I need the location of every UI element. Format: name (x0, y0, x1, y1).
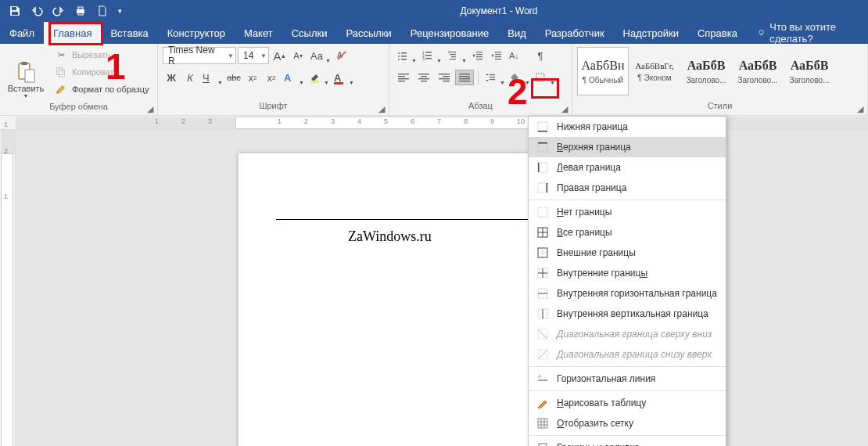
menu-left-border[interactable]: Левая граница (529, 157, 726, 178)
font-color-button[interactable]: A▼ (332, 69, 355, 86)
bold-button[interactable]: Ж (163, 69, 180, 86)
tab-help[interactable]: Справка (688, 22, 747, 44)
new-doc-button[interactable] (92, 1, 113, 21)
shading-button[interactable]: ▼ (508, 69, 531, 86)
inc-indent-button[interactable] (488, 47, 505, 64)
menu-view-gridlines[interactable]: Отобразить сетку (529, 413, 726, 433)
tab-design[interactable]: Конструктор (158, 22, 235, 44)
svg-rect-53 (459, 81, 470, 81)
save-button[interactable] (5, 1, 25, 21)
style-item[interactable]: АаБбВЗаголово... (732, 47, 784, 95)
paste-label: Вставить (8, 84, 45, 93)
styles-launcher[interactable]: ◢ (855, 103, 866, 114)
tab-review[interactable]: Рецензирование (401, 22, 498, 44)
svg-rect-62 (538, 163, 547, 172)
menu-right-border[interactable]: Правая граница (529, 178, 726, 198)
menu-diag-up: Диагональная граница снизу вверх (529, 344, 726, 365)
menu-borders-dialog[interactable]: Границы и заливка... (529, 437, 726, 446)
dec-indent-button[interactable] (469, 47, 486, 64)
svg-rect-33 (476, 59, 482, 59)
clipboard-launcher[interactable]: ◢ (145, 103, 156, 114)
align-center-button[interactable] (414, 70, 433, 85)
menu-all-borders[interactable]: Все границы (529, 222, 726, 243)
svg-rect-17 (401, 56, 407, 57)
tab-references[interactable]: Ссылки (282, 22, 337, 44)
tab-view[interactable]: Вид (498, 22, 536, 44)
tab-file[interactable]: Файл (0, 22, 44, 44)
document-canvas[interactable]: ZaWindows.ru (16, 130, 868, 446)
strike-button[interactable]: abc (225, 69, 242, 86)
vertical-ruler[interactable]: 211 (0, 130, 16, 446)
svg-rect-58 (538, 122, 547, 131)
svg-rect-38 (398, 74, 409, 74)
clear-format-button[interactable]: A (333, 47, 350, 64)
style-item[interactable]: АаБбВЗаголово... (680, 47, 732, 95)
font-name-combo[interactable]: Times New R▼ (163, 47, 236, 64)
bulb-icon (758, 28, 765, 38)
svg-rect-35 (495, 54, 501, 55)
align-justify-button[interactable] (455, 70, 474, 85)
style-item[interactable]: АаБбВн¶ Обычный (577, 47, 629, 95)
tab-mailings[interactable]: Рассылки (336, 22, 400, 44)
svg-rect-10 (57, 68, 63, 75)
menu-no-border[interactable]: Нет границы (529, 202, 726, 222)
shrink-font-button[interactable]: A▾ (289, 47, 307, 64)
numbering-button[interactable]: 123▼ (419, 47, 443, 64)
tab-insert[interactable]: Вставка (101, 22, 157, 44)
tab-home[interactable]: Главная (44, 22, 101, 44)
redo-button[interactable] (48, 1, 69, 21)
svg-rect-46 (439, 74, 450, 74)
tab-developer[interactable]: Разработчик (536, 22, 614, 44)
font-launcher[interactable]: ◢ (376, 103, 387, 114)
svg-rect-63 (538, 163, 540, 172)
menu-bottom-border[interactable]: Нижняя граница (529, 117, 726, 137)
tab-addins[interactable]: Надстройки (614, 22, 688, 44)
cut-button[interactable]: ✂Вырезать (52, 47, 152, 63)
subscript-button[interactable]: x2 (244, 69, 261, 86)
horizontal-ruler[interactable]: 3211234567891011121314151617 (0, 116, 868, 130)
borders-button[interactable]: ▼ (533, 69, 556, 86)
line-spacing-button[interactable]: ▼ (482, 69, 506, 86)
group-font: Times New R▼ 14▼ A▴ A▾ Aa▼ A Ж К Ч▼ abc … (158, 44, 389, 115)
style-item[interactable]: АаБбВвГг,¶ Эконом (629, 47, 680, 95)
menu-outside-borders[interactable]: Внешние границы (529, 243, 726, 263)
italic-button[interactable]: К (181, 69, 199, 86)
highlight-button[interactable]: ▼ (307, 69, 330, 86)
font-size-combo[interactable]: 14▼ (238, 47, 269, 64)
grow-font-button[interactable]: A▴ (271, 47, 288, 64)
svg-rect-11 (59, 70, 64, 77)
underline-button[interactable]: Ч▼ (200, 69, 224, 86)
menu-horizontal-line[interactable]: AГоризонтальная линия (529, 369, 726, 389)
styles-gallery[interactable]: АаБбВн¶ ОбычныйАаБбВвГг,¶ ЭкономАаБбВЗаг… (577, 47, 835, 101)
text-effects-button[interactable]: A▼ (282, 69, 305, 86)
menu-inside-v-border[interactable]: Внутренняя вертикальная граница (529, 304, 726, 324)
svg-rect-28 (451, 56, 456, 57)
change-case-button[interactable]: Aa▼ (308, 47, 332, 64)
sort-button[interactable]: A↓ (507, 47, 530, 64)
menu-top-border[interactable]: Верхняя граница (529, 137, 726, 157)
qa-customize-button[interactable]: ▾ (114, 1, 125, 21)
border-left-icon (536, 161, 549, 174)
bullets-button[interactable]: ▼ (394, 47, 418, 64)
pencil-icon (536, 397, 549, 409)
multilevel-button[interactable]: ▼ (444, 47, 468, 64)
align-left-button[interactable] (394, 70, 413, 85)
tab-layout[interactable]: Макет (235, 22, 282, 44)
superscript-button[interactable]: x2 (263, 69, 280, 86)
align-right-button[interactable] (435, 70, 454, 85)
copy-button[interactable]: Копировать (52, 64, 152, 80)
grid-icon (536, 417, 549, 430)
group-clipboard-label: Буфер обмена◢ (0, 102, 157, 115)
quick-print-button[interactable] (70, 1, 91, 21)
paste-button[interactable]: Вставить ▼ (5, 47, 47, 99)
format-painter-button[interactable]: Формат по образцу (52, 81, 152, 97)
document-text[interactable]: ZaWindows.ru (348, 228, 432, 245)
menu-draw-table[interactable]: Нарисовать таблицу (529, 393, 726, 413)
tell-me-search[interactable]: Что вы хотите сделать? (747, 22, 868, 44)
undo-button[interactable] (27, 1, 47, 21)
paragraph-launcher[interactable]: ◢ (559, 103, 570, 114)
style-item[interactable]: АаБбВЗаголово... (784, 47, 835, 95)
menu-inside-borders[interactable]: Внутренние границы (529, 263, 726, 283)
menu-inside-h-border[interactable]: Внутренняя горизонтальная граница (529, 283, 726, 304)
show-marks-button[interactable]: ¶ (532, 47, 549, 64)
